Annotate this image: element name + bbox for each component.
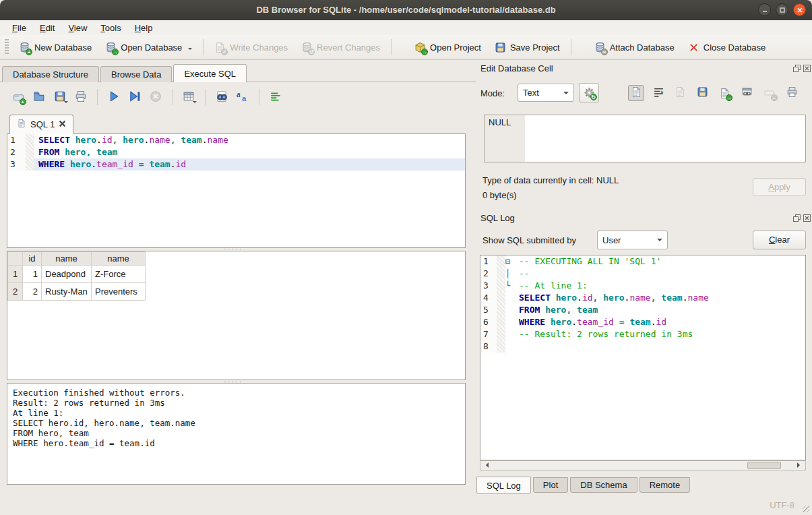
mode-select[interactable]: Text bbox=[518, 84, 574, 102]
line-number: 7 bbox=[480, 328, 497, 340]
log-filter-select[interactable]: User bbox=[597, 231, 668, 249]
menu-help[interactable]: Help bbox=[128, 22, 160, 34]
table-cell[interactable]: 2 bbox=[23, 283, 42, 301]
write-changes-button[interactable]: ✓ Write Changes bbox=[208, 38, 294, 57]
tab-execute-sql[interactable]: Execute SQL bbox=[173, 64, 247, 82]
stop-execution-button[interactable] bbox=[147, 88, 164, 106]
new-database-button[interactable]: + New Database bbox=[12, 38, 98, 57]
resize-grip[interactable] bbox=[803, 506, 809, 512]
log-filter-value: User bbox=[602, 235, 621, 245]
autocomplete-icon bbox=[237, 90, 249, 104]
link-data-button[interactable] bbox=[739, 85, 755, 101]
table-cell[interactable]: Preventers bbox=[92, 283, 146, 301]
minimize-button[interactable] bbox=[758, 3, 771, 16]
row-header[interactable]: 1 bbox=[8, 266, 23, 283]
attach-database-button[interactable]: ∞ Attach Database bbox=[588, 38, 681, 57]
save-project-button[interactable]: Save Project bbox=[488, 38, 567, 57]
row-header[interactable]: 2 bbox=[8, 283, 23, 301]
line-number: 1 bbox=[7, 134, 26, 146]
code-text: FROM hero, team bbox=[34, 146, 465, 158]
tab-browse-data[interactable]: Browse Data bbox=[100, 66, 172, 82]
column-header[interactable]: name bbox=[42, 252, 92, 266]
scroll-right-icon[interactable] bbox=[797, 462, 803, 468]
gutter-margin bbox=[26, 158, 34, 171]
chevron-down-icon bbox=[657, 239, 662, 244]
table-cell[interactable]: Z-Force bbox=[92, 266, 146, 283]
dock-tab-db-schema[interactable]: DB Schema bbox=[570, 477, 637, 493]
save-dropdown-caret[interactable] bbox=[64, 101, 68, 105]
float-panel-icon[interactable] bbox=[793, 64, 801, 74]
sql-editor[interactable]: 1SELECT hero.id, hero.name, team.name2FR… bbox=[7, 133, 466, 248]
word-wrap-button[interactable] bbox=[650, 85, 666, 101]
print-sql-button[interactable] bbox=[72, 88, 90, 106]
apply-button[interactable]: Apply bbox=[753, 178, 806, 196]
cell-editor[interactable]: NULL bbox=[484, 115, 806, 162]
scrollbar-thumb[interactable] bbox=[747, 462, 781, 469]
maximize-button[interactable] bbox=[776, 3, 788, 16]
execute-all-button[interactable] bbox=[105, 88, 123, 106]
new-sql-tab-button[interactable]: + bbox=[9, 88, 27, 106]
float-panel-icon[interactable] bbox=[793, 214, 801, 224]
column-header[interactable]: id bbox=[23, 252, 42, 266]
save-sql-file-button[interactable] bbox=[51, 88, 69, 106]
line-number: 1 bbox=[480, 255, 497, 268]
text-mode-button[interactable] bbox=[628, 85, 644, 101]
open-database-dropdown-caret[interactable] bbox=[188, 48, 192, 52]
scroll-left-icon[interactable] bbox=[483, 462, 489, 468]
menu-view[interactable]: View bbox=[61, 22, 94, 34]
close-panel-icon[interactable] bbox=[803, 64, 811, 74]
table-cell[interactable]: Deadpond bbox=[42, 266, 92, 283]
code-text: SELECT hero.id, hero.name, team.name bbox=[515, 292, 805, 304]
dock-tab-sql-log[interactable]: SQL Log bbox=[476, 477, 531, 494]
titlebar[interactable]: DB Browser for SQLite - /home/user/code/… bbox=[0, 0, 812, 20]
toolbar-separator bbox=[172, 89, 173, 105]
table-cell[interactable]: 1 bbox=[23, 266, 42, 283]
set-null-button[interactable]: − bbox=[761, 85, 778, 101]
revert-changes-button[interactable]: ↺ Revert Changes bbox=[294, 38, 387, 57]
toolbar-drag-handle[interactable] bbox=[5, 39, 9, 55]
menu-tools[interactable]: Tools bbox=[94, 22, 127, 34]
sql-file-tab[interactable]: SQL 1 bbox=[9, 115, 73, 134]
menu-edit[interactable]: Edit bbox=[33, 22, 61, 34]
execute-current-line-button[interactable] bbox=[126, 88, 144, 106]
open-project-button[interactable]: → Open Project bbox=[408, 38, 488, 57]
dock-tab-remote[interactable]: Remote bbox=[639, 477, 691, 493]
tab-database-structure[interactable]: Database Structure bbox=[2, 66, 99, 82]
table-row: 22Rusty-ManPreventers bbox=[8, 283, 146, 301]
line-number: 2 bbox=[480, 268, 497, 280]
find-replace-button[interactable] bbox=[213, 88, 230, 106]
open-sql-file-button[interactable] bbox=[30, 88, 48, 106]
table-cell[interactable]: Rusty-Man bbox=[42, 283, 92, 301]
code-line: 6WHERE hero.team_id = team.id bbox=[480, 316, 805, 328]
save-results-button[interactable] bbox=[180, 88, 197, 106]
export-cell-button[interactable]: → bbox=[716, 85, 732, 101]
autocomplete-button[interactable] bbox=[234, 88, 251, 106]
open-project-icon: → bbox=[414, 42, 426, 53]
sql-tab-label: SQL 1 bbox=[30, 119, 55, 129]
sql-tab-close-icon[interactable] bbox=[59, 119, 66, 129]
auto-apply-button[interactable]: ↻ bbox=[579, 83, 599, 102]
gutter-margin bbox=[497, 292, 505, 304]
mode-label: Mode: bbox=[480, 88, 505, 98]
close-panel-icon[interactable] bbox=[803, 214, 811, 224]
corner-header[interactable] bbox=[8, 252, 23, 266]
code-line: 1⊟-- EXECUTING ALL IN 'SQL 1' bbox=[480, 255, 805, 268]
dock-tab-plot[interactable]: Plot bbox=[533, 477, 568, 493]
close-button[interactable] bbox=[793, 3, 806, 16]
save-cell-button[interactable] bbox=[694, 85, 710, 101]
word-wrap-icon bbox=[653, 86, 664, 100]
menu-file[interactable]: File bbox=[5, 22, 33, 34]
clear-log-button[interactable]: Clear bbox=[753, 231, 806, 249]
column-header[interactable]: name bbox=[92, 252, 146, 266]
format-sql-button[interactable] bbox=[267, 88, 284, 106]
import-cell-button[interactable] bbox=[672, 85, 688, 101]
close-database-button[interactable]: Close Database bbox=[681, 38, 773, 57]
sql-log-view[interactable]: 1⊟-- EXECUTING ALL IN 'SQL 1'2│--3└-- At… bbox=[480, 255, 806, 460]
log-horizontal-scrollbar[interactable] bbox=[480, 460, 806, 471]
save-results-dropdown-caret[interactable] bbox=[193, 101, 197, 105]
fold-marker[interactable]: ⊟ bbox=[505, 255, 515, 268]
open-database-button[interactable]: → Open Database bbox=[98, 38, 199, 57]
code-line: 1SELECT hero.id, hero.name, team.name bbox=[7, 134, 465, 146]
print-cell-button[interactable] bbox=[784, 85, 800, 101]
line-number: 3 bbox=[7, 158, 26, 171]
